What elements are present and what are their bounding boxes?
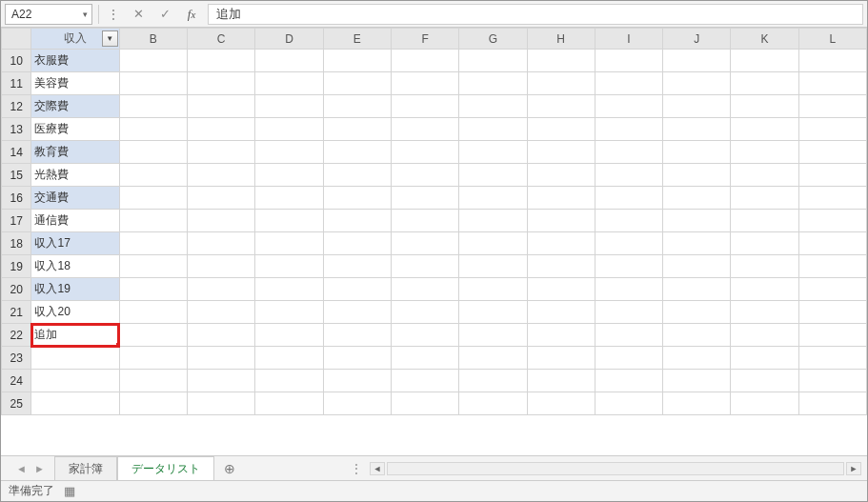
cell[interactable] — [595, 232, 662, 255]
cell[interactable] — [391, 164, 458, 187]
cell[interactable] — [188, 278, 255, 301]
cell[interactable] — [119, 232, 187, 255]
cell[interactable] — [595, 118, 662, 141]
cell[interactable] — [391, 232, 458, 255]
cell[interactable] — [798, 255, 866, 278]
column-header[interactable]: K — [731, 29, 798, 50]
tab-nav-buttons[interactable]: ◄ ► — [7, 463, 54, 474]
cell[interactable] — [663, 141, 731, 164]
cell[interactable] — [119, 187, 187, 210]
cell[interactable] — [527, 392, 595, 415]
cell[interactable] — [459, 164, 527, 187]
tab-nav-prev-icon[interactable]: ◄ — [16, 463, 27, 474]
row-header[interactable]: 14 — [2, 141, 31, 164]
cell[interactable] — [323, 324, 391, 347]
cell[interactable] — [323, 72, 391, 95]
cell[interactable]: 医療費 — [31, 118, 119, 141]
tab-nav-next-icon[interactable]: ► — [34, 463, 45, 474]
cell[interactable]: 教育費 — [31, 141, 119, 164]
cell[interactable] — [119, 72, 187, 95]
cell[interactable] — [459, 255, 527, 278]
cell[interactable] — [663, 164, 731, 187]
cell[interactable] — [119, 370, 187, 392]
cell[interactable] — [323, 370, 391, 392]
cell[interactable] — [527, 278, 595, 301]
row-header[interactable]: 21 — [2, 301, 31, 324]
cell[interactable] — [119, 164, 187, 187]
cell[interactable] — [188, 301, 255, 324]
sheet-tab-active[interactable]: データリスト — [117, 456, 214, 482]
row-header[interactable]: 13 — [2, 118, 31, 141]
cell[interactable] — [663, 95, 731, 118]
cell[interactable] — [459, 187, 527, 210]
cell[interactable] — [255, 118, 323, 141]
cell[interactable] — [595, 370, 662, 392]
row-header[interactable]: 19 — [2, 255, 31, 278]
cell[interactable] — [798, 187, 866, 210]
cell[interactable]: 通信費 — [31, 210, 119, 232]
cell[interactable]: 収入17 — [31, 232, 119, 255]
cell[interactable] — [31, 392, 119, 415]
cell[interactable]: 追加 — [31, 324, 119, 347]
cell[interactable] — [459, 232, 527, 255]
row-header[interactable]: 12 — [2, 95, 31, 118]
cell[interactable]: 衣服費 — [31, 50, 119, 72]
hscroll-track[interactable] — [387, 462, 844, 475]
cell[interactable] — [595, 164, 662, 187]
cell[interactable] — [663, 210, 731, 232]
cell[interactable] — [731, 392, 798, 415]
cell[interactable]: 収入18 — [31, 255, 119, 278]
cell[interactable] — [188, 370, 255, 392]
cell[interactable] — [391, 324, 458, 347]
cell[interactable] — [595, 50, 662, 72]
cell[interactable] — [323, 232, 391, 255]
cell[interactable] — [459, 301, 527, 324]
cell[interactable] — [188, 210, 255, 232]
cancel-button[interactable]: ✕ — [128, 4, 149, 25]
cell[interactable] — [527, 95, 595, 118]
row-header[interactable]: 16 — [2, 187, 31, 210]
cell[interactable] — [731, 210, 798, 232]
cell[interactable] — [663, 50, 731, 72]
cell[interactable] — [663, 278, 731, 301]
column-header[interactable]: I — [595, 29, 662, 50]
cell[interactable] — [731, 95, 798, 118]
cell[interactable] — [459, 141, 527, 164]
cell[interactable] — [527, 347, 595, 370]
cell[interactable] — [663, 370, 731, 392]
cell[interactable] — [527, 301, 595, 324]
cell[interactable] — [188, 347, 255, 370]
cell[interactable] — [255, 255, 323, 278]
cell[interactable] — [188, 255, 255, 278]
cell[interactable] — [595, 278, 662, 301]
cell[interactable] — [119, 118, 187, 141]
cell[interactable] — [798, 50, 866, 72]
column-header[interactable]: E — [323, 29, 391, 50]
cell[interactable]: 交通費 — [31, 187, 119, 210]
cell[interactable] — [798, 324, 866, 347]
cell[interactable] — [527, 164, 595, 187]
cell[interactable] — [595, 347, 662, 370]
hscroll-left-button[interactable]: ◄ — [370, 462, 385, 475]
cell[interactable] — [323, 301, 391, 324]
formula-input[interactable]: 追加 — [208, 4, 863, 25]
cell[interactable] — [391, 118, 458, 141]
cell[interactable] — [595, 187, 662, 210]
cell[interactable] — [527, 118, 595, 141]
cell[interactable]: 美容費 — [31, 72, 119, 95]
cell[interactable] — [731, 370, 798, 392]
cell[interactable] — [323, 95, 391, 118]
column-header[interactable]: G — [459, 29, 527, 50]
cell[interactable] — [663, 347, 731, 370]
cell[interactable] — [798, 301, 866, 324]
row-header[interactable]: 17 — [2, 210, 31, 232]
cell[interactable]: 交際費 — [31, 95, 119, 118]
cell[interactable] — [731, 164, 798, 187]
cell[interactable]: 収入20 — [31, 301, 119, 324]
cell[interactable] — [119, 210, 187, 232]
cell[interactable] — [595, 392, 662, 415]
cell[interactable] — [119, 347, 187, 370]
cell[interactable] — [323, 187, 391, 210]
cell[interactable] — [527, 324, 595, 347]
column-header[interactable]: C — [188, 29, 255, 50]
